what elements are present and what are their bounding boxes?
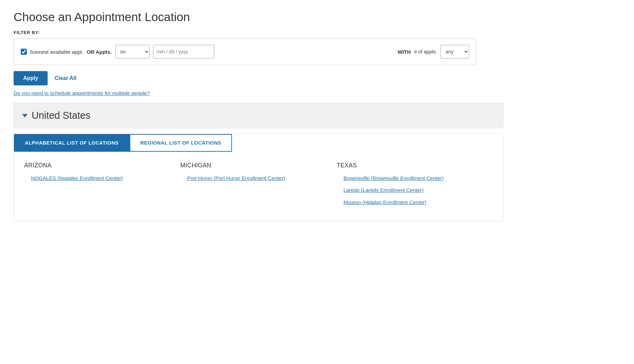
multi-people-link[interactable]: Do you need to schedule appointments for…: [14, 90, 620, 96]
or-appts-label: OR Appts.: [87, 49, 112, 55]
location-link-brownsville[interactable]: Brownsville (Brownsville Enrollment Cent…: [337, 175, 486, 182]
country-name: United States: [32, 110, 90, 121]
page-title: Choose an Appointment Location: [14, 10, 620, 24]
location-link-mission[interactable]: Mission (Hidalgo Enrollment Center): [337, 199, 486, 206]
tab-alphabetical[interactable]: ALPHABETICAL LIST OF LOCATIONS: [14, 134, 130, 152]
state-col-texas: TEXAS Brownsville (Brownsville Enrollmen…: [337, 162, 493, 211]
on-select[interactable]: on before after: [115, 45, 150, 59]
states-grid: ARIZONA NOGALES (Nogales Enrollment Cent…: [14, 162, 503, 211]
num-appts-select[interactable]: any 1 2 3 4 5+: [440, 45, 469, 59]
state-name-arizona: ARIZONA: [24, 162, 173, 169]
country-section: United States: [14, 103, 503, 128]
filter-by-label: FILTER BY:: [14, 30, 620, 35]
state-col-michigan: MICHIGAN Port Huron (Port Huron Enrollme…: [180, 162, 336, 211]
apply-button[interactable]: Apply: [14, 71, 48, 85]
location-link-port-huron[interactable]: Port Huron (Port Huron Enrollment Center…: [180, 175, 330, 182]
chevron-down-icon[interactable]: [22, 114, 28, 117]
tabs-row: ALPHABETICAL LIST OF LOCATIONS REGIONAL …: [14, 134, 503, 152]
location-link-nogales[interactable]: NOGALES (Nogales Enrollment Center): [24, 175, 173, 182]
date-input[interactable]: [153, 45, 214, 59]
clear-all-button[interactable]: Clear All: [54, 75, 76, 81]
location-link-laredo[interactable]: Laredo (Laredo Enrollment Center): [337, 186, 486, 194]
soonest-appt-checkbox[interactable]: [21, 49, 27, 55]
num-appts-label: # of appts.: [414, 49, 437, 54]
state-col-arizona: ARIZONA NOGALES (Nogales Enrollment Cent…: [24, 162, 180, 211]
state-name-texas: TEXAS: [337, 162, 486, 169]
tab-regional[interactable]: REGIONAL LIST OF LOCATIONS: [130, 134, 232, 152]
filter-box: Soonest available appt. OR Appts. on bef…: [14, 38, 476, 65]
soonest-appt-label: Soonest available appt.: [30, 49, 83, 55]
action-row: Apply Clear All: [14, 71, 620, 85]
locations-panel: ALPHABETICAL LIST OF LOCATIONS REGIONAL …: [14, 134, 503, 221]
soonest-appt-checkbox-label[interactable]: Soonest available appt.: [21, 49, 83, 55]
state-name-michigan: MICHIGAN: [180, 162, 330, 169]
with-label: WITH: [398, 49, 411, 55]
